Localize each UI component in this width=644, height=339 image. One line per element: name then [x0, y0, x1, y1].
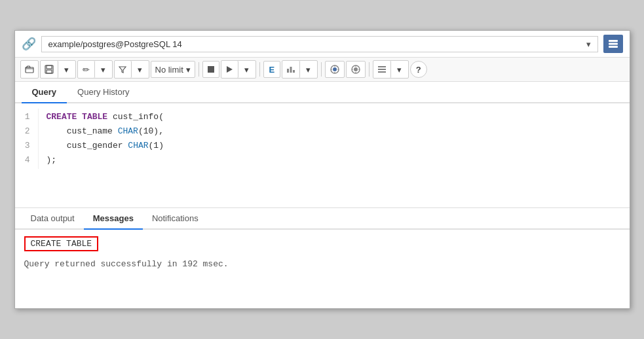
tab-data-output[interactable]: Data output	[22, 208, 84, 230]
code-table-name: cust_info(	[107, 112, 164, 122]
svg-rect-0	[609, 40, 618, 42]
run-button[interactable]	[221, 61, 238, 78]
divider-1	[199, 62, 199, 77]
line-num-4: 4	[15, 153, 30, 168]
stack-icon[interactable]	[603, 35, 623, 53]
limit-dropdown[interactable]: No limit ▾	[151, 61, 195, 78]
type-char2: CHAR	[128, 141, 148, 151]
code-col1-name: cust_name	[47, 126, 118, 136]
keyword-create-table: CREATE TABLE	[47, 112, 108, 122]
macros-dropdown-button[interactable]: ▾	[391, 61, 408, 78]
svg-rect-7	[208, 66, 214, 73]
svg-rect-10	[290, 67, 292, 73]
code-col2-size: (1)	[149, 141, 164, 151]
limit-chevron-icon: ▾	[186, 65, 191, 75]
divider-4	[369, 62, 369, 77]
tab-messages-label: Messages	[93, 213, 134, 223]
tab-notifications-label: Notifications	[152, 213, 199, 223]
svg-rect-5	[47, 65, 52, 69]
type-char1: CHAR	[118, 126, 138, 136]
filter-group: ▾	[114, 60, 149, 79]
svg-rect-11	[293, 70, 295, 73]
explain-button[interactable]: E	[263, 61, 280, 78]
commit-button[interactable]	[325, 61, 345, 78]
code-col2-name: cust_gender	[47, 141, 128, 151]
chart-group: ▾	[282, 60, 318, 79]
chart-dropdown-button[interactable]: ▾	[300, 61, 317, 78]
code-closing: );	[47, 155, 57, 165]
svg-rect-1	[609, 43, 618, 45]
svg-marker-8	[227, 66, 233, 73]
db-link-icon: 🔗	[22, 37, 36, 51]
svg-rect-6	[47, 70, 52, 73]
tab-query[interactable]: Query	[22, 82, 67, 103]
svg-rect-9	[287, 69, 289, 73]
save-group: ▾	[40, 60, 76, 79]
code-line-2: cust_name CHAR(10),	[47, 124, 622, 139]
tab-notifications[interactable]: Notifications	[143, 208, 208, 230]
line-num-1: 1	[15, 110, 30, 124]
tab-query-history-label: Query History	[77, 87, 129, 97]
rollback-button[interactable]	[346, 61, 366, 78]
badge-text: CREATE TABLE	[31, 239, 92, 249]
save-dropdown-button[interactable]: ▾	[58, 61, 75, 78]
editor-tabs-bar: Query Query History	[15, 82, 630, 103]
code-line-3: cust_gender CHAR(1)	[47, 139, 622, 153]
create-table-badge: CREATE TABLE	[24, 236, 99, 251]
editor-lines: 1 2 3 4 CREATE TABLE cust_info( cust_nam…	[15, 103, 630, 174]
line-num-2: 2	[15, 124, 30, 139]
tab-messages[interactable]: Messages	[84, 208, 143, 230]
svg-point-13	[333, 67, 337, 71]
svg-rect-2	[609, 46, 618, 48]
tab-query-history[interactable]: Query History	[67, 82, 140, 103]
open-file-group	[20, 60, 39, 79]
edit-dropdown-button[interactable]: ▾	[95, 61, 112, 78]
open-file-button[interactable]	[21, 61, 38, 78]
chevron-down-icon: ▾	[586, 39, 591, 49]
main-window: 🔗 example/postgres@PostgreSQL 14 ▾	[14, 30, 630, 309]
code-line-4: );	[47, 153, 622, 168]
code-col1-size: (10),	[138, 126, 164, 136]
save-button[interactable]	[41, 61, 58, 78]
success-message: Query returned successfully in 192 msec.	[24, 259, 620, 269]
stop-button[interactable]	[202, 61, 219, 78]
line-num-3: 3	[15, 139, 30, 153]
edit-group: ✏ ▾	[77, 60, 113, 79]
svg-point-15	[354, 67, 358, 71]
divider-3	[321, 62, 322, 77]
svg-rect-3	[26, 67, 33, 73]
chart-button[interactable]	[282, 61, 300, 78]
tab-data-output-label: Data output	[31, 213, 75, 223]
run-group: ▾	[221, 60, 256, 79]
help-button[interactable]: ?	[410, 61, 427, 78]
result-tabs-bar: Data output Messages Notifications	[15, 208, 630, 230]
code-content[interactable]: CREATE TABLE cust_info( cust_name CHAR(1…	[39, 109, 630, 169]
explain-icon: E	[269, 65, 275, 75]
line-numbers: 1 2 3 4	[15, 109, 39, 169]
filter-dropdown-button[interactable]: ▾	[132, 61, 149, 78]
output-area: CREATE TABLE Query returned successfully…	[15, 230, 630, 308]
divider-2	[259, 62, 260, 77]
connection-string[interactable]: example/postgres@PostgreSQL 14 ▾	[41, 36, 598, 52]
edit-button[interactable]: ✏	[78, 61, 95, 78]
toolbar: ▾ ✏ ▾ ▾ No limit ▾	[15, 58, 630, 82]
tab-query-label: Query	[32, 87, 57, 97]
filter-button[interactable]	[115, 61, 132, 78]
run-dropdown-button[interactable]: ▾	[238, 61, 256, 78]
macros-button[interactable]	[373, 61, 391, 78]
connection-string-text: example/postgres@PostgreSQL 14	[48, 39, 182, 49]
sql-editor[interactable]: 1 2 3 4 CREATE TABLE cust_info( cust_nam…	[15, 103, 630, 208]
limit-label: No limit	[155, 65, 183, 75]
macros-group: ▾	[373, 60, 409, 79]
code-line-1: CREATE TABLE cust_info(	[47, 110, 622, 124]
connection-bar: 🔗 example/postgres@PostgreSQL 14 ▾	[15, 31, 630, 58]
